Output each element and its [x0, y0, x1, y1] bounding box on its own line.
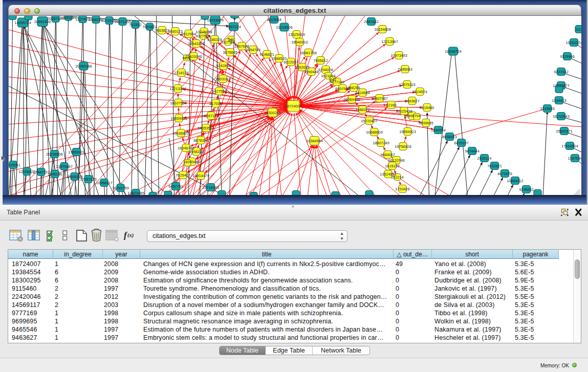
svg-text:16210643: 16210643 — [553, 114, 569, 119]
svg-text:17359928: 17359928 — [68, 150, 84, 155]
svg-text:10958117: 10958117 — [96, 181, 113, 185]
svg-text:10025438: 10025438 — [396, 109, 412, 114]
svg-text:62160: 62160 — [386, 103, 396, 107]
svg-text:19756928: 19756928 — [395, 144, 411, 149]
svg-text:10807487: 10807487 — [371, 96, 387, 101]
svg-text:16648754: 16648754 — [445, 49, 461, 54]
svg-text:9890: 9890 — [182, 56, 190, 60]
svg-text:15751074: 15751074 — [565, 40, 581, 45]
svg-text:7485063: 7485063 — [398, 67, 412, 72]
svg-text:751552: 751552 — [129, 23, 141, 27]
svg-text:17016504: 17016504 — [561, 144, 578, 148]
svg-text:8471676: 8471676 — [497, 171, 512, 176]
svg-text:9777169: 9777169 — [330, 80, 344, 84]
svg-text:16961758: 16961758 — [300, 51, 316, 55]
svg-text:12975115: 12975115 — [399, 82, 416, 87]
svg-text:14353584: 14353584 — [198, 126, 214, 130]
svg-text:1244415: 1244415 — [552, 98, 566, 103]
svg-text:14055724: 14055724 — [14, 20, 31, 25]
svg-text:8990448: 8990448 — [304, 70, 318, 74]
svg-text:6794028: 6794028 — [318, 68, 333, 72]
svg-text:15720407: 15720407 — [361, 119, 377, 123]
svg-text:1362615: 1362615 — [295, 65, 309, 70]
svg-text:10973493: 10973493 — [390, 53, 407, 58]
svg-text:8427552: 8427552 — [212, 89, 226, 94]
svg-text:1615132: 1615132 — [385, 164, 399, 168]
svg-text:15300245: 15300245 — [264, 111, 280, 115]
svg-text:3824554: 3824554 — [355, 91, 369, 95]
svg-text:20206536: 20206536 — [46, 152, 62, 157]
svg-text:2087682: 2087682 — [364, 19, 378, 24]
svg-text:19654923: 19654923 — [399, 129, 416, 134]
svg-text:1167534: 1167534 — [568, 156, 581, 161]
svg-text:12213349: 12213349 — [169, 86, 186, 91]
svg-text:8813054: 8813054 — [267, 17, 281, 22]
svg-text:1117: 1117 — [575, 27, 581, 32]
svg-text:13975887: 13975887 — [56, 164, 72, 169]
svg-text:3875685: 3875685 — [223, 50, 237, 55]
svg-text:16543352: 16543352 — [188, 41, 204, 46]
svg-text:7463822: 7463822 — [155, 28, 169, 33]
svg-text:16495794: 16495794 — [404, 114, 420, 118]
svg-text:746266: 746266 — [347, 85, 360, 90]
svg-text:8454749: 8454749 — [246, 48, 260, 52]
svg-text:2803144: 2803144 — [215, 77, 230, 81]
svg-text:9457791: 9457791 — [168, 184, 183, 189]
svg-text:20053346: 20053346 — [75, 64, 92, 69]
svg-text:3915061: 3915061 — [9, 163, 20, 167]
svg-text:7625402: 7625402 — [176, 173, 190, 178]
svg-text:7955812: 7955812 — [313, 58, 328, 63]
svg-text:12093877: 12093877 — [553, 83, 569, 88]
svg-text:252214: 252214 — [391, 175, 403, 180]
svg-text:7857224: 7857224 — [226, 25, 241, 29]
svg-text:19384554: 19384554 — [306, 139, 322, 143]
svg-text:15716485: 15716485 — [202, 185, 219, 190]
svg-text:(x): (x) — [127, 232, 134, 238]
svg-text:9327508: 9327508 — [221, 40, 235, 45]
svg-text:9684067: 9684067 — [380, 152, 395, 157]
svg-text:6479197: 6479197 — [454, 141, 468, 145]
svg-text:1145196: 1145196 — [48, 172, 62, 177]
svg-text:1527602: 1527602 — [75, 17, 90, 21]
svg-text:16033809: 16033809 — [207, 18, 223, 23]
svg-text:18724007: 18724007 — [285, 104, 301, 108]
svg-text:9245052: 9245052 — [519, 187, 533, 192]
svg-text:8267110: 8267110 — [204, 114, 219, 118]
svg-text:15692971: 15692971 — [556, 129, 572, 134]
svg-text:1498222: 1498222 — [189, 149, 203, 154]
svg-text:9463627: 9463627 — [405, 99, 419, 103]
svg-text:9329966: 9329966 — [560, 54, 574, 59]
svg-text:16640910: 16640910 — [291, 40, 308, 45]
svg-text:2935114: 2935114 — [477, 156, 492, 161]
svg-text:19166825: 19166825 — [172, 131, 189, 136]
svg-text:8186328: 8186328 — [207, 37, 222, 42]
svg-text:13325419: 13325419 — [288, 32, 304, 37]
svg-text:18807249: 18807249 — [373, 141, 389, 145]
svg-text:1640954: 1640954 — [431, 128, 445, 133]
svg-text:17957225: 17957225 — [80, 177, 96, 182]
svg-text:10688609: 10688609 — [366, 130, 382, 135]
svg-text:10654112: 10654112 — [507, 179, 524, 183]
svg-text:10107554: 10107554 — [170, 101, 186, 105]
svg-text:16782759: 16782759 — [112, 186, 128, 190]
svg-text:9242848: 9242848 — [216, 63, 230, 68]
svg-text:19218506: 19218506 — [276, 25, 292, 30]
svg-text:8322037: 8322037 — [284, 60, 298, 64]
svg-text:8912954: 8912954 — [181, 32, 195, 36]
svg-text:9227342: 9227342 — [554, 70, 568, 74]
svg-text:9115460: 9115460 — [420, 105, 434, 110]
svg-text:9699695: 9699695 — [419, 121, 433, 125]
svg-text:1733426: 1733426 — [395, 187, 409, 191]
svg-text:3215955: 3215955 — [540, 106, 554, 111]
svg-text:16120746: 16120746 — [388, 158, 404, 163]
svg-text:7386372: 7386372 — [355, 107, 369, 112]
svg-text:16154808: 16154808 — [374, 27, 390, 32]
svg-text:19654935: 19654935 — [170, 116, 187, 121]
svg-text:17942737: 17942737 — [33, 170, 49, 174]
svg-text:10653287: 10653287 — [60, 16, 76, 20]
svg-text:16671355: 16671355 — [114, 19, 130, 24]
svg-text:16093489: 16093489 — [183, 160, 200, 164]
svg-text:2718176: 2718176 — [174, 71, 188, 75]
svg-text:9860123: 9860123 — [168, 29, 182, 34]
svg-text:3024574: 3024574 — [412, 90, 427, 94]
